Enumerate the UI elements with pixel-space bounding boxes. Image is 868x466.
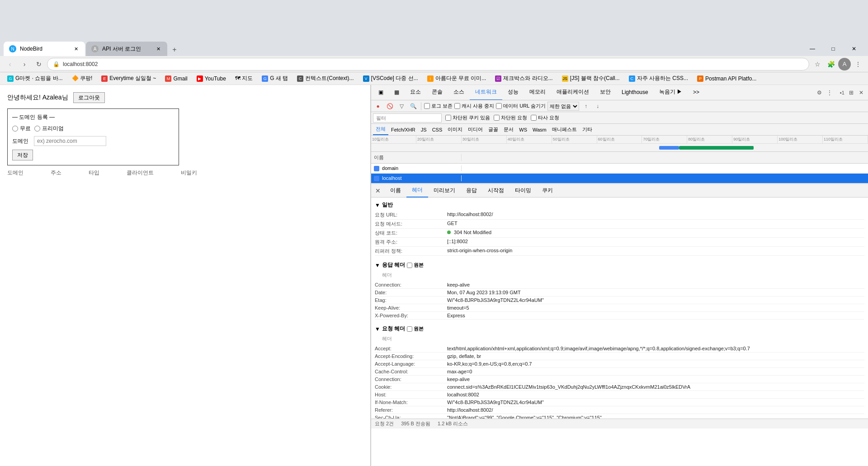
throttle-select[interactable]: 제한 없음 [547,102,579,111]
bookmark-gmail[interactable]: M Gmail [161,73,191,84]
preserve-log-label[interactable]: 로그 보존 [424,103,453,109]
devtools-tab-more[interactable]: >> [688,85,705,100]
tab-nodebird[interactable]: N NodeBird ✕ [4,42,85,56]
network-row-localhost[interactable]: localhost [371,174,868,184]
response-raw-checkbox[interactable] [407,263,412,268]
detail-tab-name[interactable]: 이름 [385,184,406,198]
detail-tab-preview[interactable]: 미리보기 [428,184,461,198]
forward-button[interactable]: › [18,58,31,71]
type-doc[interactable]: 문서 [501,124,516,135]
more-menu-button[interactable]: ⋮ [852,58,864,71]
detail-close-button[interactable]: ✕ [371,184,385,198]
bookmark-star-button[interactable]: ☆ [811,58,824,71]
type-all[interactable]: 전체 [373,124,388,135]
blocked-cookies-label[interactable]: 차단된 쿠키 있음 [445,114,490,121]
save-button[interactable]: 저장 [12,150,33,160]
devtools-tab-inspector[interactable]: ▣ [373,85,389,100]
type-media[interactable]: 미디어 [465,124,486,135]
devtools-tab-network[interactable]: 네트워크 [470,85,502,100]
filter-button[interactable]: ▽ [396,101,406,111]
bookmark-map[interactable]: 🗺 지도 [231,73,256,84]
address-bar[interactable]: 🔒 localhost:8002 [47,58,809,71]
devtools-tab-performance[interactable]: 성능 [502,85,524,100]
type-fetch[interactable]: Fetch/XHR [388,124,418,135]
devtools-tab-lighthouse[interactable]: Lighthouse [616,85,654,100]
new-tab-button[interactable]: + [168,43,181,56]
bookmark-gmarket[interactable]: G G마켓 · 쇼핑을 바... [4,73,66,84]
search-button[interactable]: 🔍 [408,101,418,111]
profile-button[interactable]: A [838,58,851,71]
throttle-label[interactable]: 데이터 URL 숨기기 [496,103,546,109]
disable-cache-label[interactable]: 캐시 사용 중지 [454,103,494,109]
blocked-cookies-checkbox[interactable] [445,115,451,121]
throttle-checkbox[interactable] [496,103,502,109]
detail-tab-response[interactable]: 응답 [461,184,482,198]
bookmark-coupang[interactable]: 🔶 쿠팡! [68,73,96,84]
bookmark-context[interactable]: C 컨텍스트(Context)... [293,73,357,84]
logout-button[interactable]: 로그아웃 [73,92,105,103]
disable-cache-checkbox[interactable] [454,103,460,109]
bookmark-blackframe[interactable]: JS [JS] 블랙 참수(Call... [558,73,623,84]
response-raw-label[interactable]: 원본 [407,262,424,268]
request-raw-checkbox[interactable] [407,326,412,332]
type-js[interactable]: JS [418,124,429,135]
type-ws[interactable]: WS [516,124,530,135]
radio-free[interactable]: 무료 [12,125,31,132]
tab-close-api[interactable]: ✕ [155,45,162,52]
devtools-tab-sources[interactable]: 소스 [448,85,470,100]
type-img[interactable]: 이미지 [445,124,465,135]
response-headers-header[interactable]: ▼ 응답 헤더 원본 [375,261,864,269]
devtools-dock-button[interactable]: ⊞ [846,88,856,98]
devtools-tab-console[interactable]: 콘솔 [426,85,448,100]
record-button[interactable]: ● [373,101,383,111]
bookmark-postman[interactable]: P Postman API Platfo... [693,73,760,84]
devtools-tab-security[interactable]: 보안 [594,85,616,100]
network-row-domain[interactable]: domain [371,164,868,174]
preserve-log-checkbox[interactable] [424,103,430,109]
request-raw-label[interactable]: 원본 [407,325,424,332]
blocked-requests-label[interactable]: 차단된 요청 [494,114,527,121]
third-party-label[interactable]: 타사 요청 [531,114,559,121]
maximize-button[interactable]: □ [823,42,844,56]
detail-tab-timing[interactable]: 타이밍 [509,184,537,198]
bookmark-css[interactable]: C 자주 사용하는 CSS... [625,73,692,84]
devtools-close-button[interactable]: ✕ [856,88,866,98]
export-button[interactable]: ↓ [593,101,603,111]
clear-button[interactable]: 🚫 [385,101,395,111]
type-other[interactable]: 기타 [580,124,595,135]
devtools-tab-device[interactable]: ▦ [389,85,405,100]
import-button[interactable]: ↑ [581,101,591,111]
radio-free-input[interactable] [12,126,18,132]
back-button[interactable]: ‹ [4,58,16,71]
type-manifest[interactable]: 매니페스트 [549,124,580,135]
type-wasm[interactable]: Wasm [530,124,549,135]
bookmark-vscode[interactable]: V [VSCode] 다중 선... [359,73,422,84]
blocked-requests-checkbox[interactable] [494,115,500,121]
devtools-tab-memory[interactable]: 메모리 [524,85,551,100]
radio-premium[interactable]: 프리미엄 [34,125,64,132]
bookmark-youtube[interactable]: ▶ YouTube [193,73,230,84]
domain-input-field[interactable] [34,136,106,146]
detail-tab-initiator[interactable]: 시작점 [482,184,509,198]
devtools-settings-button[interactable]: ⚙ [815,88,825,98]
devtools-tab-recorder[interactable]: 녹음기 ▶ [654,85,688,100]
devtools-tab-application[interactable]: 애플리케이션 [551,85,594,100]
third-party-checkbox[interactable] [531,115,537,121]
devtools-tab-elements[interactable]: 요소 [405,85,426,100]
type-css[interactable]: CSS [429,124,445,135]
bookmark-freeimg[interactable]: i 아름다운 무료 이미... [424,73,490,84]
general-section-header[interactable]: ▼ 일반 [375,201,864,209]
tab-close-nodebird[interactable]: ✕ [72,45,80,52]
network-filter-input[interactable] [373,113,442,122]
minimize-button[interactable]: — [802,42,823,56]
bookmark-newtab[interactable]: G G 새 탭 [258,73,292,84]
radio-premium-input[interactable] [34,126,40,132]
tab-api[interactable]: A API 서버 로그인 ✕ [86,42,167,56]
close-button[interactable]: ✕ [844,42,864,56]
request-headers-header[interactable]: ▼ 요청 헤더 원본 [375,325,864,333]
bookmark-checkbox[interactable]: ☑ 제크박스와 라디오... [491,73,556,84]
extensions-button[interactable]: 🧩 [825,58,837,71]
type-font[interactable]: 글꼴 [486,124,501,135]
reload-button[interactable]: ↻ [33,58,45,71]
bookmark-everytime[interactable]: E Everytime 실일철 ~ [98,73,160,84]
